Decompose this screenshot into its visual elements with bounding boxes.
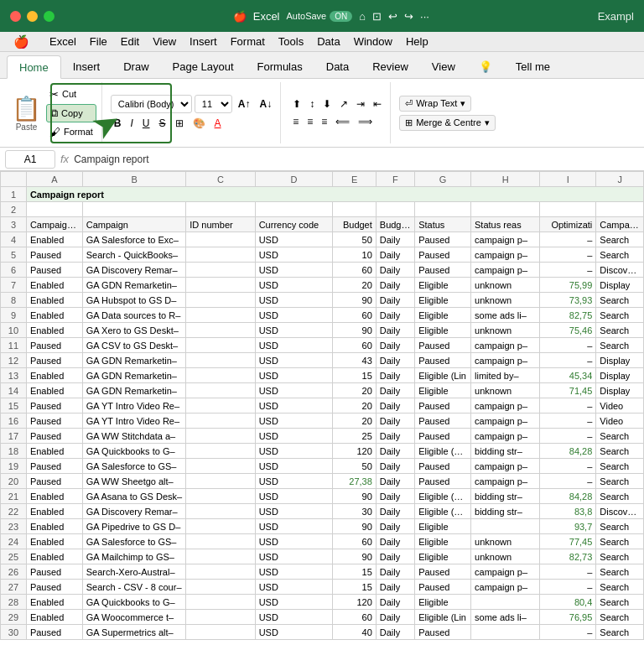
cell-13-E[interactable]: 15 bbox=[333, 368, 376, 383]
cell-12-J[interactable]: Display bbox=[596, 353, 644, 368]
cell-27-H[interactable]: campaign p– bbox=[471, 580, 540, 595]
cell-15-D[interactable]: USD bbox=[255, 398, 333, 414]
cell-15-F[interactable]: Daily bbox=[376, 398, 414, 414]
cell-19-H[interactable]: campaign p– bbox=[471, 459, 540, 474]
cell-27-B[interactable]: Search - CSV - 8 cour– bbox=[82, 580, 186, 595]
cell-21-G[interactable]: Eligible (Le– bbox=[415, 489, 471, 504]
cell-29-B[interactable]: GA Woocommerce t– bbox=[82, 610, 186, 625]
cell-15-E[interactable]: 20 bbox=[333, 398, 376, 414]
row-header-26[interactable]: 26 bbox=[1, 564, 27, 580]
tab-insert[interactable]: Insert bbox=[61, 55, 112, 78]
cell-18-D[interactable]: USD bbox=[255, 444, 333, 459]
menu-excel[interactable]: Excel bbox=[43, 35, 83, 48]
menu-edit[interactable]: Edit bbox=[114, 35, 146, 48]
cell-16-G[interactable]: Paused bbox=[415, 414, 471, 429]
cell-20-G[interactable]: Paused bbox=[415, 474, 471, 489]
cell-29-H[interactable]: some ads li– bbox=[471, 610, 540, 625]
cell-3-D[interactable]: Currency code bbox=[255, 217, 333, 232]
copy-button[interactable]: ⧉ Copy bbox=[46, 104, 96, 122]
cell-19-A[interactable]: Paused bbox=[26, 459, 82, 474]
cell-11-E[interactable]: 60 bbox=[333, 338, 376, 353]
cell-12-C[interactable] bbox=[186, 353, 255, 368]
cell-18-F[interactable]: Daily bbox=[376, 444, 414, 459]
cell-16-A[interactable]: Paused bbox=[26, 414, 82, 429]
cell-20-D[interactable]: USD bbox=[255, 474, 333, 489]
cell-16-B[interactable]: GA YT Intro Video Re– bbox=[82, 414, 186, 429]
cell-29-I[interactable]: 76,95 bbox=[540, 610, 596, 625]
cell-16-C[interactable] bbox=[186, 414, 255, 429]
cell-26-G[interactable]: Paused bbox=[415, 564, 471, 580]
undo-icon[interactable]: ↩ bbox=[388, 10, 397, 23]
orientation-button[interactable]: ↗ bbox=[336, 96, 351, 112]
maximize-button[interactable] bbox=[44, 11, 55, 22]
cell-18-B[interactable]: GA Quickbooks to G– bbox=[82, 444, 186, 459]
tab-draw[interactable]: Draw bbox=[112, 55, 160, 78]
cell-18-C[interactable] bbox=[186, 444, 255, 459]
cell-18-J[interactable]: Search bbox=[596, 444, 644, 459]
cell-15-C[interactable] bbox=[186, 398, 255, 414]
cell-8-H[interactable]: unknown bbox=[471, 293, 540, 308]
cell-27-A[interactable]: Paused bbox=[26, 580, 82, 595]
row-header-27[interactable]: 27 bbox=[1, 580, 27, 595]
cell-15-B[interactable]: GA YT Intro Video Re– bbox=[82, 398, 186, 414]
cell-14-B[interactable]: GA GDN Remarketin– bbox=[82, 383, 186, 398]
cell-30-I[interactable]: – bbox=[540, 625, 596, 640]
cell-13-F[interactable]: Daily bbox=[376, 368, 414, 383]
col-header-g[interactable]: G bbox=[415, 172, 471, 187]
cell-7-I[interactable]: 75,99 bbox=[540, 278, 596, 293]
cell-17-B[interactable]: GA WW Stitchdata a– bbox=[82, 429, 186, 444]
row-header-4[interactable]: 4 bbox=[1, 232, 27, 247]
cell-13-I[interactable]: 45,34 bbox=[540, 368, 596, 383]
cell-21-E[interactable]: 90 bbox=[333, 489, 376, 504]
cell-21-A[interactable]: Enabled bbox=[26, 489, 82, 504]
cell-10-C[interactable] bbox=[186, 323, 255, 338]
decrease-font-button[interactable]: A↓ bbox=[257, 96, 276, 112]
cell-26-A[interactable]: Paused bbox=[26, 564, 82, 580]
cell-9-C[interactable] bbox=[186, 308, 255, 323]
cell-23-B[interactable]: GA Pipedrive to GS D– bbox=[82, 519, 186, 534]
cell-22-E[interactable]: 30 bbox=[333, 504, 376, 519]
cell-9-B[interactable]: GA Data sources to R– bbox=[82, 308, 186, 323]
cell-6-A[interactable]: Paused bbox=[26, 263, 82, 278]
decrease-indent-button[interactable]: ⟸ bbox=[332, 114, 353, 129]
cell-7-H[interactable]: unknown bbox=[471, 278, 540, 293]
cell-4-E[interactable]: 50 bbox=[333, 232, 376, 247]
cell-15-G[interactable]: Paused bbox=[415, 398, 471, 414]
cell-3-A[interactable]: Campaign s bbox=[26, 217, 82, 232]
cell-6-D[interactable]: USD bbox=[255, 263, 333, 278]
cell-14-H[interactable]: unknown bbox=[471, 383, 540, 398]
formula-input[interactable] bbox=[74, 153, 639, 165]
cell-30-D[interactable]: USD bbox=[255, 625, 333, 640]
cell-17-F[interactable]: Daily bbox=[376, 429, 414, 444]
cell-7-G[interactable]: Eligible bbox=[415, 278, 471, 293]
cell-17-C[interactable] bbox=[186, 429, 255, 444]
cell-12-H[interactable]: campaign p– bbox=[471, 353, 540, 368]
cell-26-C[interactable] bbox=[186, 564, 255, 580]
cell-23-G[interactable]: Eligible bbox=[415, 519, 471, 534]
cell-19-I[interactable]: – bbox=[540, 459, 596, 474]
font-size-select[interactable]: 11 bbox=[195, 95, 232, 113]
font-name-select[interactable]: Calibri (Body) bbox=[111, 95, 192, 113]
cell-27-J[interactable]: Search bbox=[596, 580, 644, 595]
menu-data[interactable]: Data bbox=[310, 35, 346, 48]
cell-16-J[interactable]: Video bbox=[596, 414, 644, 429]
cell-23-D[interactable]: USD bbox=[255, 519, 333, 534]
cell-17-H[interactable]: campaign p– bbox=[471, 429, 540, 444]
cell-2-F[interactable] bbox=[376, 202, 414, 217]
row-header-28[interactable]: 28 bbox=[1, 595, 27, 610]
cell-10-J[interactable]: Search bbox=[596, 323, 644, 338]
cell-20-C[interactable] bbox=[186, 474, 255, 489]
cell-8-B[interactable]: GA Hubspot to GS D– bbox=[82, 293, 186, 308]
cell-25-D[interactable]: USD bbox=[255, 549, 333, 564]
cell-4-G[interactable]: Paused bbox=[415, 232, 471, 247]
cut-button[interactable]: ✂ Cut bbox=[46, 86, 96, 102]
font-color-button[interactable]: A bbox=[211, 116, 225, 131]
cell-30-B[interactable]: GA Supermetrics alt– bbox=[82, 625, 186, 640]
cell-21-H[interactable]: bidding str– bbox=[471, 489, 540, 504]
cell-19-C[interactable] bbox=[186, 459, 255, 474]
cell-21-J[interactable]: Search bbox=[596, 489, 644, 504]
cell-9-J[interactable]: Search bbox=[596, 308, 644, 323]
cell-26-F[interactable]: Daily bbox=[376, 564, 414, 580]
cell-24-F[interactable]: Daily bbox=[376, 534, 414, 549]
cell-26-J[interactable]: Search bbox=[596, 564, 644, 580]
